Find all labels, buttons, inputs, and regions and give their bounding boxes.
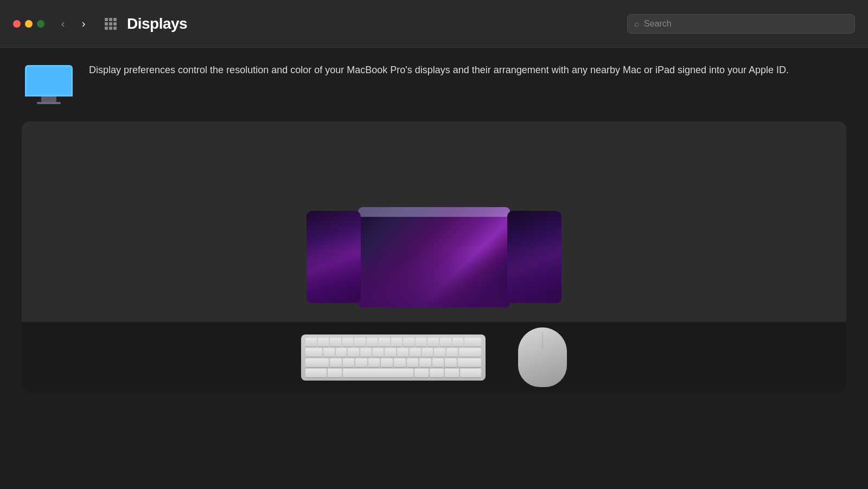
macbook-wave [358,247,510,307]
display-ipad-left[interactable] [307,211,361,303]
displays-container [307,207,561,307]
grid-icon [105,18,117,30]
search-input[interactable] [644,19,848,29]
titlebar: ‹ › Displays ⌕ [0,0,868,48]
bottom-area [22,322,846,393]
close-button[interactable] [13,20,21,28]
search-bar[interactable]: ⌕ [627,14,855,34]
back-button[interactable]: ‹ [55,16,71,31]
ipad-left-wave [307,248,361,303]
keyboard-icon [301,334,486,381]
nav-buttons: ‹ › [55,16,91,31]
display-macbook[interactable] [358,207,510,307]
monitor-icon [25,65,73,104]
info-description: Display preferences control the resoluti… [89,63,789,78]
page-title: Displays [127,15,187,33]
grid-view-button[interactable] [102,15,119,33]
monitor-screen [25,65,73,96]
traffic-lights [13,20,44,28]
info-section: Display preferences control the resoluti… [22,63,846,106]
ipad-right-wave [507,248,561,303]
minimize-button[interactable] [25,20,33,28]
maximize-button[interactable] [37,20,44,28]
mouse-icon [518,327,567,387]
monitor-stand [41,96,56,102]
display-icon-container [22,63,76,106]
search-icon: ⌕ [634,19,640,29]
content-area: Display preferences control the resoluti… [0,48,868,393]
display-ipad-right[interactable] [507,211,561,303]
macbook-notch-bar [358,207,510,217]
forward-button[interactable]: › [76,16,91,31]
arrangement-area[interactable] [22,121,846,393]
monitor-base [37,102,61,104]
